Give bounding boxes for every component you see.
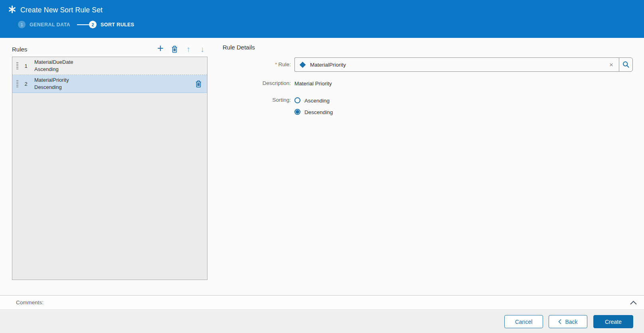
move-rule-up-button[interactable]: ↑ [183,44,194,54]
radio-icon [294,109,300,115]
drag-handle-icon[interactable] [16,80,18,87]
comments-section-toggle[interactable]: Comments: [0,295,644,310]
rule-row-direction: Ascending [34,66,205,73]
trash-icon [171,45,178,53]
dialog-title: Create New Sort Rule Set [20,6,103,14]
sorting-label: Sorting: [223,97,294,103]
delete-rule-button[interactable] [169,44,180,54]
step-2-circle: 2 [89,21,97,28]
step-sort-rules[interactable]: 2 SORT RULES [89,21,134,28]
rules-panel-header: Rules + ↑ ↓ [12,43,207,55]
rule-field-label: *Rule: [223,57,294,67]
rule-input[interactable]: MaterialPriority × [294,57,619,72]
wizard-stepper: 1 GENERAL DATA 2 SORT RULES [18,21,644,28]
step-1-label: GENERAL DATA [30,22,70,28]
diamond-icon [300,61,306,68]
rule-row-number: 2 [22,81,30,87]
rule-row-name: MaterialDueDate [34,59,205,66]
step-1-circle: 1 [18,21,26,28]
sorting-option-label: Descending [304,108,333,115]
dialog-header: Create New Sort Rule Set 1 GENERAL DATA … [0,0,644,38]
rules-toolbar: + ↑ ↓ [155,44,207,54]
rule-row-2[interactable]: 2 MaterialPriority Descending [12,75,207,93]
sorting-option-descending[interactable]: Descending [294,108,333,115]
dialog-footer: Cancel Back Create [0,310,644,333]
create-sort-rule-set-dialog: Create New Sort Rule Set 1 GENERAL DATA … [0,0,644,333]
search-icon [622,61,630,68]
move-rule-down-button[interactable]: ↓ [197,44,207,54]
drag-handle-icon[interactable] [16,62,18,69]
step-general-data[interactable]: 1 GENERAL DATA [18,21,70,28]
create-button[interactable]: Create [593,315,633,328]
chevron-up-icon[interactable] [630,299,637,306]
step-2-label: SORT RULES [101,22,134,28]
back-button[interactable]: Back [549,315,587,328]
rule-row-1[interactable]: 1 MaterialDueDate Ascending [12,57,207,75]
step-connector-line [77,24,89,25]
rules-list: 1 MaterialDueDate Ascending 2 MaterialPr… [12,57,207,280]
sorting-option-label: Ascending [304,97,330,104]
rule-row-direction: Descending [34,84,195,91]
sorting-option-ascending[interactable]: Ascending [294,97,333,104]
trash-icon [195,80,202,88]
rule-search-button[interactable] [619,57,633,72]
rule-details-title: Rule Details [223,44,633,51]
chevron-left-icon [558,319,561,324]
asterisk-icon [8,6,16,15]
rule-details-panel: Rule Details *Rule: MaterialPriority × [223,44,633,115]
row-delete-button[interactable] [195,80,202,88]
radio-icon [294,97,300,103]
description-label: Description: [223,80,294,86]
rule-row-number: 1 [22,63,30,69]
description-value: Material Priority [294,80,332,87]
rule-value: MaterialPriority [310,62,608,68]
rule-picker: MaterialPriority × [294,57,633,72]
rules-panel-title: Rules [12,46,27,53]
comments-label: Comments: [16,300,43,305]
rule-row-name: MaterialPriority [34,77,195,84]
clear-rule-button[interactable]: × [608,61,615,68]
required-marker: * [275,61,277,67]
add-rule-button[interactable]: + [155,44,166,54]
sorting-radio-group: Ascending Descending [294,97,333,115]
cancel-button[interactable]: Cancel [504,315,543,328]
